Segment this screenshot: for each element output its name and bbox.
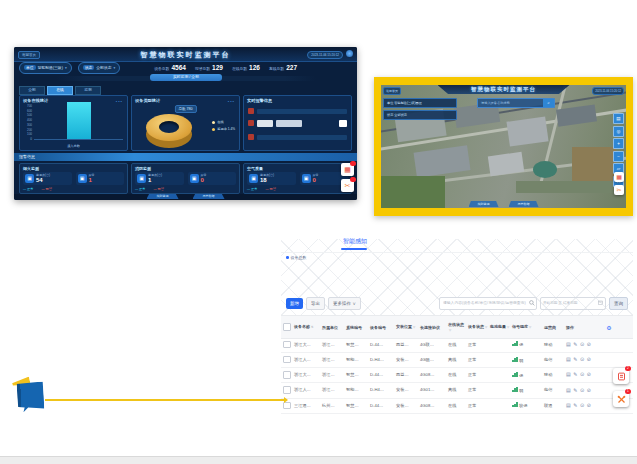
tab-smart-sensing[interactable]: 智能感知 <box>343 237 367 246</box>
unit-dropdown[interactable]: 单位 智能制造(三级) ▾ <box>19 62 72 74</box>
gear-icon[interactable]: ⚙ <box>603 324 615 331</box>
map-bottom-tabs: 实时监测历史数据 <box>469 201 539 207</box>
locate-icon[interactable]: ◎ <box>613 126 624 137</box>
map-bottom-tab[interactable]: 历史数据 <box>509 201 539 207</box>
detail-icon[interactable]: ▤ <box>566 342 571 347</box>
detail-icon[interactable]: ▤ <box>566 403 571 408</box>
device-type-panel: 设备类型统计 ••• 总数 780 在线 <box>131 95 240 151</box>
dashboard-title: 智慧物联实时监测平台 <box>14 50 357 60</box>
monitor-icon[interactable]: ⊙ <box>580 388 584 393</box>
total-badge: 总数 780 <box>174 105 196 113</box>
map-search-bar[interactable]: 请输入设备名称搜索 ⌕ <box>477 98 555 108</box>
detail-icon[interactable]: ▤ <box>566 388 571 393</box>
panel-dots-icon: ••• <box>228 99 235 104</box>
monitor-icon[interactable]: ⊙ <box>580 403 584 408</box>
table-row[interactable]: 浙江人… 浙江… 智能… D-H4… 安装… 4G01… 离线 正常 弱 电信 … <box>281 383 633 399</box>
stat-tile: ▣ 异常1 <box>76 172 125 185</box>
signal-bars-icon <box>512 372 518 377</box>
delete-icon[interactable]: ⊘ <box>587 388 591 393</box>
monitor-card: 消防监测 ▣ 监测点(台)1 ▣ 异常0 — 正常 — 预警 <box>131 163 240 194</box>
legend-dot-icon <box>212 121 215 124</box>
edit-icon[interactable]: ✎ <box>573 342 577 347</box>
more-actions-button[interactable]: 更多操作 ∨ <box>328 297 361 310</box>
bottom-tab[interactable]: 实时监测 <box>147 194 179 199</box>
monitor-icon[interactable]: ⊙ <box>580 372 584 377</box>
table-row[interactable]: 浙江大… 浙江… 智慧… D-44… 西益… 4G联… 在线 正常 强 移动 ▤… <box>281 337 633 353</box>
callout-line <box>45 399 285 401</box>
edit-icon[interactable]: ✎ <box>573 372 577 377</box>
table-alarm-float-button[interactable]: 2 <box>613 368 629 384</box>
monitor-icon[interactable]: ⊙ <box>580 357 584 362</box>
row-actions: ▤ ✎ ⊙ ⊘ <box>565 357 603 362</box>
callout-arrow-icon <box>284 397 288 403</box>
layers-icon[interactable]: ▤ <box>613 113 624 124</box>
bottom-tab[interactable]: 历史数据 <box>193 194 225 199</box>
row-checkbox[interactable] <box>281 341 293 349</box>
map-dropdowns: 单位 智能制造(三级)园区状态 全部状态 <box>383 98 457 120</box>
detail-icon[interactable]: ▤ <box>566 357 571 362</box>
table-row[interactable]: 浙江人… 浙江… 智能… D-H4… 安装… 4G物… 离线 正常 弱 电信 ▤… <box>281 352 633 368</box>
row-actions: ▤ ✎ ⊙ ⊘ <box>565 388 603 393</box>
user-avatar-icon[interactable] <box>346 50 353 57</box>
stat-item: 设备总数 4564 <box>154 64 186 71</box>
export-button[interactable]: 导出 <box>306 297 325 310</box>
edit-icon[interactable]: ✎ <box>573 388 577 393</box>
search-icon[interactable] <box>527 300 536 307</box>
table-toolbar: 新增 导出 更多操作 ∨ 开始日期 至 结束日期 查询 <box>286 297 628 309</box>
search-icon[interactable]: ⌕ <box>543 99 554 107</box>
edit-icon[interactable]: ✎ <box>573 357 577 362</box>
delete-icon[interactable]: ⊘ <box>587 357 591 362</box>
chevron-down-icon: ▾ <box>113 66 115 70</box>
table-search[interactable] <box>439 297 537 310</box>
dashboard-tab[interactable]: 全部 <box>19 86 45 95</box>
alarm-section-strip: 报警信息 <box>14 153 357 161</box>
date-range-picker[interactable]: 开始日期 至 结束日期 <box>540 297 606 310</box>
table-row[interactable]: 浙江大… 浙江… 智慧… D-44… 西益… 4G08… 在线 正常 强 移动 … <box>281 367 633 383</box>
status-dropdown[interactable]: 状态 全部状态 ▾ <box>78 62 121 74</box>
satellite-map[interactable]: 智慧物联实时监测平台 返回首页 2023-11-06 15:20:12 单位 智… <box>381 85 626 208</box>
query-button[interactable]: 查询 <box>609 297 628 310</box>
row-checkbox[interactable] <box>281 386 293 394</box>
delete-icon[interactable]: ⊘ <box>587 372 591 377</box>
stat-item: 离线总数 227 <box>269 64 297 71</box>
map-dropdown[interactable]: 单位 智能制造(三级)园区 <box>383 98 457 108</box>
alarm-type-icon <box>248 108 254 114</box>
select-all-checkbox[interactable] <box>281 323 293 331</box>
zoom-out-icon[interactable]: − <box>613 151 624 162</box>
dashboard-header: 返回首页 智慧物联实时监测平台 2023-11-06 15:20:12 <box>14 47 357 62</box>
edit-icon[interactable]: ✎ <box>573 403 577 408</box>
delete-icon[interactable]: ⊘ <box>587 342 591 347</box>
alarm-type-icon <box>248 134 254 140</box>
stat-tile: ▣ 监测点(台)18 <box>247 172 296 185</box>
map-title: 智慧物联实时监测平台 <box>438 85 570 94</box>
row-checkbox[interactable] <box>281 371 293 379</box>
delete-icon[interactable]: ⊘ <box>587 403 591 408</box>
flag-bookmark-icon <box>16 382 44 413</box>
detail-icon[interactable]: ▤ <box>566 372 571 377</box>
map-alarm-float-button[interactable]: ▦ <box>614 172 624 182</box>
device-icon: ▣ <box>25 174 34 183</box>
bar-chart-bar <box>67 102 91 139</box>
repair-tools-icon: ✂ <box>616 187 621 193</box>
add-button[interactable]: 新增 <box>286 298 303 309</box>
table-tools-float-button[interactable]: 1 <box>613 391 629 407</box>
map-bottom-tab[interactable]: 实时监测 <box>469 201 499 207</box>
dashboard-tab[interactable]: 监测 <box>75 86 101 95</box>
map-back-button[interactable]: 返回首页 <box>383 87 401 95</box>
alarm-row <box>248 119 347 127</box>
row-checkbox[interactable] <box>281 356 293 364</box>
alarm-float-button[interactable]: ▦ <box>341 163 354 176</box>
alarm-row <box>248 107 347 115</box>
zoom-in-icon[interactable]: + <box>613 138 624 149</box>
signal-bars-icon <box>512 402 518 407</box>
tools-float-button[interactable]: ✂ <box>341 179 354 192</box>
monitor-icon[interactable]: ⊙ <box>580 342 584 347</box>
search-input[interactable] <box>440 301 527 305</box>
alarm-list-panel: 实时报警信息 <box>243 95 352 151</box>
stat-tile: ▣ 异常0 <box>188 172 237 185</box>
dashboard-tab[interactable]: 在线 <box>47 86 73 95</box>
table-row[interactable]: 三江通… 杭州… 智慧… D-44… 安装… 4G08… 在线 正常 较强 联通… <box>281 398 633 414</box>
map-tools-float-button[interactable]: ✂ <box>614 185 624 195</box>
y-axis-ticks: 7006005004003002001000 <box>22 105 32 141</box>
map-dropdown[interactable]: 状态 全部状态 <box>383 110 457 120</box>
